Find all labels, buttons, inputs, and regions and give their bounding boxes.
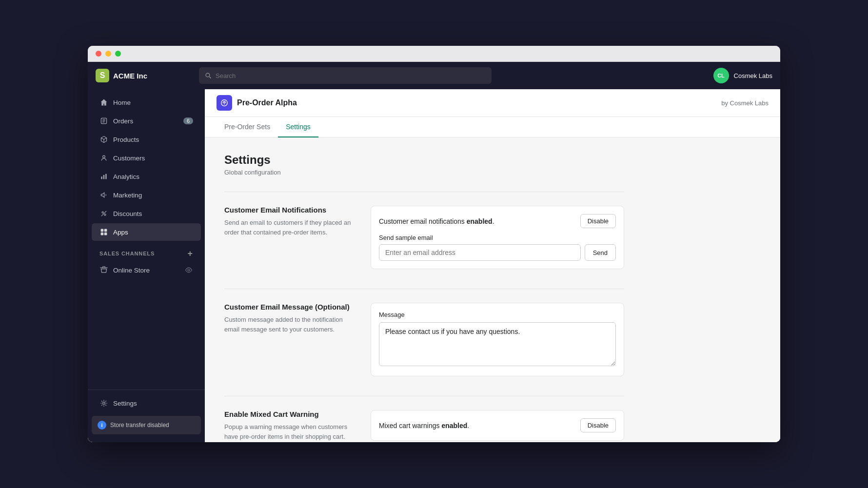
marketing-icon: [99, 191, 108, 199]
svg-point-12: [188, 269, 190, 271]
close-dot[interactable]: [96, 51, 101, 57]
sidebar-item-analytics[interactable]: Analytics: [92, 168, 201, 185]
section-desc-1: Send an email to customers if they place…: [224, 218, 351, 237]
send-email-section: Send sample email Send: [379, 234, 616, 261]
topbar: S ACME Inc CL Cosmek Labs: [88, 62, 780, 89]
section-right-2: Message Please contact us if you have an…: [371, 303, 624, 382]
home-icon: [99, 98, 108, 107]
section-left-2: Customer Email Message (Optional) Custom…: [224, 303, 351, 382]
sidebar-item-customers[interactable]: Customers: [92, 149, 201, 167]
mixed-cart-status-card: Mixed cart warnings enabled. Disable: [371, 410, 624, 441]
section-left-1: Customer Email Notifications Send an ema…: [224, 206, 351, 275]
orders-badge: 6: [183, 117, 193, 124]
section-mixed-cart-warning: Enable Mixed Cart Warning Popup a warnin…: [224, 396, 624, 442]
section-title-2: Customer Email Message (Optional): [224, 303, 351, 311]
mixed-cart-status-strong: enabled: [441, 422, 467, 429]
app-container: S ACME Inc CL Cosmek Labs: [88, 62, 780, 442]
svg-rect-5: [105, 174, 106, 179]
notifications-status-text: Customer email notifications enabled.: [379, 217, 494, 225]
section-customer-email-notifications: Customer Email Notifications Send an ema…: [224, 192, 624, 289]
main-layout: Home Orders 6 Products: [88, 89, 780, 442]
fullscreen-dot[interactable]: [115, 51, 121, 57]
svg-rect-9: [104, 229, 107, 232]
mixed-cart-status-text: Mixed cart warnings enabled.: [379, 422, 469, 429]
sidebar-label-analytics: Analytics: [113, 173, 139, 180]
sidebar-item-marketing[interactable]: Marketing: [92, 186, 201, 204]
minimize-dot[interactable]: [105, 51, 111, 57]
sidebar-item-discounts[interactable]: Discounts: [92, 205, 201, 222]
sidebar: Home Orders 6 Products: [88, 89, 205, 442]
svg-point-7: [104, 214, 106, 215]
settings-icon: [99, 399, 108, 408]
message-textarea[interactable]: Please contact us if you have any questi…: [379, 322, 616, 366]
orders-icon: [99, 117, 108, 125]
by-label: by Cosmek Labs: [721, 99, 769, 107]
online-store-left: Online Store: [99, 266, 150, 274]
sidebar-item-products[interactable]: Products: [92, 131, 201, 148]
sidebar-label-products: Products: [113, 136, 139, 143]
online-store-label: Online Store: [113, 267, 150, 274]
sidebar-item-online-store[interactable]: Online Store: [92, 261, 201, 279]
send-sample-label: Send sample email: [379, 234, 616, 241]
notifications-status-strong: enabled: [467, 217, 493, 225]
sidebar-label-home: Home: [113, 99, 131, 106]
store-transfer-notice: i Store transfer disabled: [92, 416, 201, 434]
svg-rect-3: [101, 176, 102, 179]
sidebar-item-apps[interactable]: Apps: [92, 223, 201, 241]
svg-point-0: [206, 73, 210, 77]
sidebar-label-discounts: Discounts: [113, 210, 142, 217]
sidebar-item-settings[interactable]: Settings: [92, 394, 201, 412]
settings-body: Settings Global configuration Customer E…: [205, 137, 644, 442]
email-input[interactable]: [379, 244, 581, 261]
settings-subtitle: Global configuration: [224, 169, 624, 176]
section-right-1: Customer email notifications enabled. Di…: [371, 206, 624, 275]
email-message-card: Message Please contact us if you have an…: [371, 303, 624, 376]
svg-rect-4: [103, 175, 104, 179]
browser-chrome: [88, 46, 780, 62]
tab-settings[interactable]: Settings: [278, 117, 318, 137]
sales-channels-section: SALES CHANNELS +: [88, 241, 205, 261]
sidebar-item-home[interactable]: Home: [92, 94, 201, 111]
notifications-status-row: Customer email notifications enabled. Di…: [379, 214, 616, 228]
main-content: Pre-Order Alpha by Cosmek Labs Pre-Order…: [205, 89, 780, 442]
app-title-row: Pre-Order Alpha: [217, 95, 297, 111]
sidebar-label-marketing: Marketing: [113, 192, 142, 199]
visibility-icon[interactable]: [184, 266, 193, 274]
svg-point-2: [103, 156, 105, 158]
sidebar-label-settings: Settings: [113, 400, 137, 407]
add-sales-channel-button[interactable]: +: [188, 249, 193, 258]
svg-point-13: [103, 402, 105, 405]
svg-rect-10: [101, 233, 104, 235]
app-title: Pre-Order Alpha: [237, 98, 297, 107]
send-email-button[interactable]: Send: [585, 244, 616, 261]
send-email-row: Send: [379, 244, 616, 261]
svg-rect-8: [101, 229, 104, 232]
section-title-1: Customer Email Notifications: [224, 206, 351, 214]
search-bar[interactable]: [199, 67, 492, 84]
user-avatar[interactable]: CL: [713, 68, 729, 83]
tab-pre-order-sets[interactable]: Pre-Order Sets: [217, 117, 278, 137]
svg-point-6: [102, 212, 103, 213]
store-logo[interactable]: S ACME Inc: [96, 69, 193, 82]
disable-notifications-button[interactable]: Disable: [580, 214, 616, 228]
section-title-3: Enable Mixed Cart Warning: [224, 410, 351, 418]
store-name: ACME Inc: [113, 72, 147, 80]
app-icon: [217, 95, 232, 111]
customers-icon: [99, 154, 108, 162]
tabs-bar: Pre-Order Sets Settings: [205, 117, 780, 137]
sidebar-item-orders[interactable]: Orders 6: [92, 112, 201, 130]
section-left-3: Enable Mixed Cart Warning Popup a warnin…: [224, 410, 351, 442]
settings-title: Settings: [224, 153, 624, 167]
section-customer-email-message: Customer Email Message (Optional) Custom…: [224, 289, 624, 396]
online-store-icon: [99, 266, 108, 274]
section-desc-3: Popup a warning message when customers h…: [224, 422, 351, 441]
message-label: Message: [379, 311, 616, 318]
sales-channels-label: SALES CHANNELS: [99, 251, 155, 256]
sidebar-label-orders: Orders: [113, 117, 133, 125]
browser-window: S ACME Inc CL Cosmek Labs: [88, 46, 780, 442]
section-right-3: Mixed cart warnings enabled. Disable: [371, 410, 624, 442]
disable-mixed-cart-button[interactable]: Disable: [580, 418, 616, 432]
search-icon: [205, 72, 212, 79]
discounts-icon: [99, 209, 108, 218]
search-input[interactable]: [216, 72, 486, 79]
